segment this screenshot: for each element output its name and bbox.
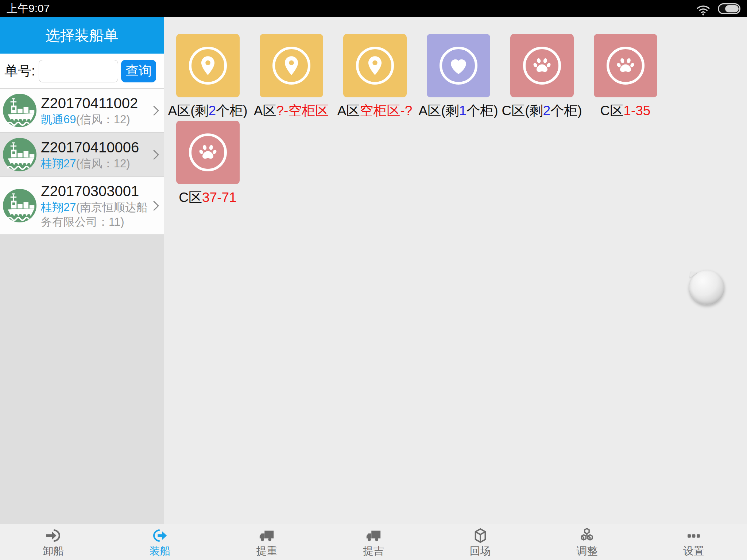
status-bar: 上午9:07 <box>0 0 747 17</box>
zone-label: A区空柜区-? <box>337 102 413 119</box>
sign-out-arrow-icon <box>152 527 169 544</box>
chevron-right-icon <box>151 148 161 161</box>
order-search-row: 单号: 查询 <box>0 54 164 89</box>
zone-tile[interactable] <box>594 34 657 97</box>
heart-icon <box>440 47 477 85</box>
paw-icon <box>189 133 227 171</box>
battery-icon <box>718 3 740 14</box>
zone-cell: A区(剩2个柜) <box>166 34 249 119</box>
dots-icon <box>685 527 702 544</box>
order-number-input[interactable] <box>39 60 118 82</box>
tab-lift-empty[interactable]: 提吉 <box>320 524 427 560</box>
sign-in-arrow-icon <box>45 527 62 544</box>
tab-return-yard[interactable]: 回场 <box>427 524 534 560</box>
zone-tile[interactable] <box>176 34 240 97</box>
order-detail: (信风：12) <box>76 157 130 170</box>
zone-tile[interactable] <box>260 34 323 97</box>
vessel-name: 桂翔27 <box>41 201 76 214</box>
zone-cell: A区?-空柜区 <box>249 34 333 119</box>
order-id: Z20170410006 <box>41 138 151 156</box>
zone-label: C区(剩2个柜) <box>502 102 582 119</box>
zone-tile[interactable] <box>343 34 407 97</box>
order-list-item[interactable]: Z20170410006 桂翔27(信风：12) <box>0 133 164 177</box>
ship-icon <box>3 94 36 127</box>
zone-cell: C区37-71 <box>166 121 249 206</box>
zone-tile[interactable] <box>427 34 490 97</box>
order-list-item[interactable]: Z20170411002 凯通69(信风：12) <box>0 89 164 133</box>
chevron-right-icon <box>151 104 161 117</box>
zone-label: A区(剩2个柜) <box>168 102 248 119</box>
zone-tile[interactable] <box>176 121 240 184</box>
order-id: Z20170303001 <box>41 182 151 200</box>
zone-label: C区1-35 <box>600 102 651 119</box>
zone-cell: C区1-35 <box>584 34 667 119</box>
paw-icon <box>523 47 561 85</box>
zone-cell: A区空柜区-? <box>333 34 417 119</box>
box-icon <box>472 527 489 544</box>
status-time: 上午9:07 <box>7 1 50 16</box>
tab-lift-heavy[interactable]: 提重 <box>213 524 320 560</box>
order-sidebar: 选择装船单 单号: 查询 Z20170411002 凯通69(信风：12) <box>0 17 164 560</box>
location-pin-icon <box>272 47 310 85</box>
zone-cell: A区(剩1个柜) <box>417 34 500 119</box>
tab-settings[interactable]: 设置 <box>640 524 747 560</box>
zone-label: C区37-71 <box>179 189 236 206</box>
ship-icon <box>3 138 36 171</box>
zone-grid-area: A区(剩2个柜) A区?-空柜区 A区空柜区-? <box>164 17 747 524</box>
zone-cell: C区(剩2个柜) <box>500 34 584 119</box>
order-list-item[interactable]: Z20170303001 桂翔27(南京恒顺达船务有限公司：11) <box>0 177 164 235</box>
assistive-touch-ball[interactable] <box>689 271 724 305</box>
bottom-tab-bar: 卸船 装船 提重 提吉 回场 调整 设置 <box>0 524 747 560</box>
sidebar-title: 选择装船单 <box>0 17 164 54</box>
vessel-name: 凯通69 <box>41 113 76 126</box>
location-pin-icon <box>189 47 227 85</box>
truck-icon <box>365 527 382 544</box>
order-id: Z20170411002 <box>41 94 151 112</box>
zone-tile[interactable] <box>510 34 574 97</box>
query-button[interactable]: 查询 <box>121 60 156 82</box>
tab-load-ship[interactable]: 装船 <box>107 524 214 560</box>
vessel-name: 桂翔27 <box>41 157 76 170</box>
order-number-label: 单号: <box>4 62 35 80</box>
cubes-icon <box>578 527 595 544</box>
ship-icon <box>3 189 36 222</box>
truck-icon <box>258 527 275 544</box>
zone-label: A区?-空柜区 <box>254 102 329 119</box>
order-detail: (信风：12) <box>76 113 130 126</box>
location-pin-icon <box>356 47 394 85</box>
chevron-right-icon <box>151 199 161 212</box>
tab-unload-ship[interactable]: 卸船 <box>0 524 107 560</box>
zone-label: A区(剩1个柜) <box>419 102 498 119</box>
paw-icon <box>607 47 645 85</box>
wifi-icon <box>696 3 711 15</box>
tab-adjust[interactable]: 调整 <box>534 524 640 560</box>
